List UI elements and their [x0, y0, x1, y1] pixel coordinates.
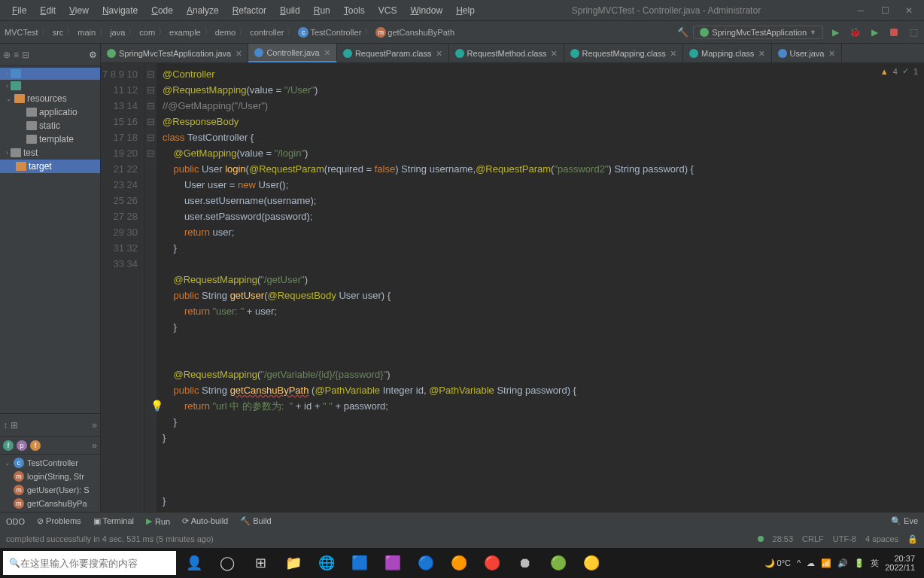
tab-mapping-class[interactable]: Mapping.class×	[683, 44, 772, 62]
file-encoding[interactable]: UTF-8	[833, 534, 856, 543]
chevron-icon[interactable]: ›	[6, 70, 8, 78]
cortana-icon[interactable]: 👤	[179, 548, 209, 578]
project-tree[interactable]: ››⌄resourcesapplicatiostatictemplate›tes…	[0, 66, 100, 413]
structure-method[interactable]: mgetUser(User): S	[0, 483, 100, 497]
close-tab-icon[interactable]: ×	[236, 47, 242, 59]
run-configuration-selector[interactable]: SpringMvcTestApplication ▼	[693, 26, 823, 39]
bottom-tab-terminal[interactable]: ▣ Terminal	[93, 516, 134, 526]
menu-navigate[interactable]: Navigate	[96, 2, 144, 19]
weather-icon[interactable]: 🌙 0°C	[764, 558, 792, 568]
build-icon[interactable]: 🔨	[677, 27, 688, 38]
chevron-icon[interactable]: ›	[6, 82, 8, 90]
network-icon[interactable]: 📶	[821, 558, 831, 568]
settings-icon[interactable]: ⚙	[89, 50, 97, 60]
code-content[interactable]: @Controller @RequestMapping(value = "/Us…	[157, 63, 924, 512]
crumb-controller[interactable]: controller	[248, 26, 285, 38]
menu-refactor[interactable]: Refactor	[226, 2, 272, 19]
menu-tools[interactable]: Tools	[338, 2, 371, 19]
fold-gutter[interactable]: ⊟ ⊟ ⊟ ⊟ ⊟ ⊟	[144, 63, 157, 512]
bottom-tab-problems[interactable]: ⊘ Problems	[37, 516, 81, 526]
menu-analyze[interactable]: Analyze	[181, 2, 225, 19]
clock[interactable]: 20:37 2022/11	[885, 554, 915, 572]
chrome-icon[interactable]: 🌐	[312, 548, 342, 578]
menu-vcs[interactable]: VCS	[372, 2, 403, 19]
app3-icon[interactable]: 🔴	[477, 548, 507, 578]
menu-code[interactable]: Code	[145, 2, 179, 19]
close-tab-icon[interactable]: ×	[670, 47, 676, 59]
crumb-mvctest[interactable]: MVCTest	[3, 26, 40, 38]
crumb-example[interactable]: example	[168, 26, 202, 38]
close-tab-icon[interactable]: ×	[436, 47, 442, 59]
coverage-button[interactable]: ▶	[867, 25, 882, 40]
tree-item-target[interactable]: target	[0, 160, 100, 173]
code-editor[interactable]: 7 8 9 10 11 12 13 14 15 16 17 18 19 20 2…	[101, 63, 924, 512]
crumb-src[interactable]: src	[51, 26, 65, 38]
bottom-tab-odo[interactable]: ODO	[6, 517, 25, 526]
tree-item-static[interactable]: static	[0, 119, 100, 132]
taskview-icon[interactable]: ◯	[212, 548, 242, 578]
bottom-tab-run[interactable]: ▶ Run	[146, 516, 170, 526]
battery-icon[interactable]: 🔋	[854, 558, 865, 568]
app2-icon[interactable]: 🟠	[444, 548, 474, 578]
run-button[interactable]: ▶	[828, 25, 843, 40]
tree-item-node[interactable]: ›	[0, 80, 100, 92]
tab-controller-java[interactable]: Controller.java×	[248, 44, 337, 62]
app6-icon[interactable]: 🟡	[576, 548, 606, 578]
select-opened-icon[interactable]: ⊕	[3, 50, 11, 60]
structure-method[interactable]: mgetCanshuByPa	[0, 497, 100, 510]
crumb-getcanshubypath[interactable]: mgetCanshuByPath	[374, 26, 456, 39]
crumb-demo[interactable]: demo	[214, 26, 238, 38]
tray-chevron-icon[interactable]: ^	[797, 558, 801, 567]
structure-sort-icon[interactable]: ↕	[3, 420, 8, 430]
tab-user-java[interactable]: User.java×	[772, 44, 842, 62]
crumb-com[interactable]: com	[138, 26, 157, 38]
tab-springmvctestapplication-java[interactable]: SpringMvcTestApplication.java×	[101, 44, 248, 62]
crumb-java[interactable]: java	[108, 26, 126, 38]
menu-edit[interactable]: Edit	[34, 2, 62, 19]
menu-build[interactable]: Build	[274, 2, 306, 19]
tree-item-node[interactable]: ›	[0, 68, 100, 80]
edge-icon[interactable]: 🟦	[345, 548, 375, 578]
intention-bulb-icon[interactable]: 💡	[150, 400, 163, 412]
search-everywhere-icon[interactable]: ⬚	[906, 25, 921, 40]
maximize-button[interactable]: ☐	[876, 3, 894, 18]
close-button[interactable]: ✕	[900, 3, 918, 18]
collapse-all-icon[interactable]: ⊟	[22, 50, 29, 60]
tab-requestmapping-class[interactable]: RequestMapping.class×	[564, 44, 683, 62]
expand-all-icon[interactable]: ≡	[14, 50, 19, 60]
app-icon[interactable]: 🔵	[411, 548, 441, 578]
structure-method[interactable]: mlogin(String, Str	[0, 470, 100, 483]
app5-icon[interactable]: 🟢	[543, 548, 573, 578]
caret-position[interactable]: 28:53	[773, 534, 794, 543]
minimize-button[interactable]: ─	[852, 3, 870, 18]
menu-window[interactable]: Window	[404, 2, 448, 19]
menu-help[interactable]: Help	[450, 2, 481, 19]
crumb-main[interactable]: main	[76, 26, 97, 38]
close-tab-icon[interactable]: ×	[758, 47, 764, 59]
menu-run[interactable]: Run	[308, 2, 336, 19]
taskview2-icon[interactable]: ⊞	[245, 548, 275, 578]
record-icon[interactable]: ⏺	[510, 548, 540, 578]
tree-item-template[interactable]: template	[0, 132, 100, 146]
structure-class[interactable]: ⌄cTestController	[0, 456, 100, 470]
close-tab-icon[interactable]: ×	[324, 47, 330, 59]
tree-item-test[interactable]: ›test	[0, 146, 100, 160]
line-ending[interactable]: CRLF	[802, 534, 824, 543]
close-tab-icon[interactable]: ×	[551, 47, 557, 59]
explorer-icon[interactable]: 📁	[278, 548, 309, 578]
onedrive-icon[interactable]: ☁	[807, 558, 815, 568]
volume-icon[interactable]: 🔊	[837, 558, 848, 568]
crumb-testcontroller[interactable]: cTestController	[296, 26, 363, 39]
indent-info[interactable]: 4 spaces	[865, 534, 898, 543]
chevron-icon[interactable]: ⌄	[6, 95, 12, 102]
tab-requestparam-class[interactable]: RequestParam.class×	[337, 44, 449, 62]
debug-button[interactable]: 🐞	[847, 25, 862, 40]
ime-indicator[interactable]: 英	[871, 558, 879, 569]
close-tab-icon[interactable]: ×	[828, 47, 834, 59]
intellij-icon[interactable]: 🟪	[378, 548, 408, 578]
windows-search-input[interactable]	[20, 558, 170, 569]
tab-requestmethod-class[interactable]: RequestMethod.class×	[449, 44, 564, 62]
windows-search[interactable]: 🔍	[3, 551, 176, 575]
menu-view[interactable]: View	[63, 2, 95, 19]
tree-item-resources[interactable]: ⌄resources	[0, 92, 100, 105]
